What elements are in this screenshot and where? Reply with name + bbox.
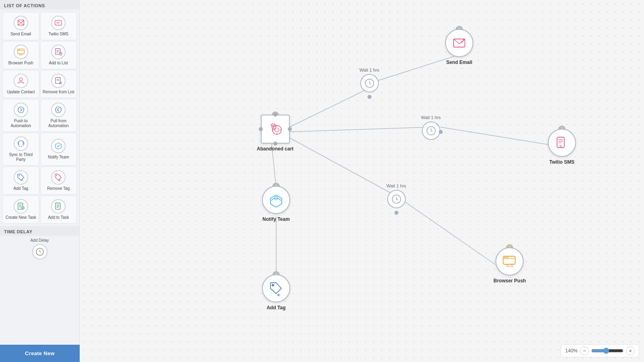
sidebar-item-remove-from-list[interactable]: Remove from List [40, 70, 77, 98]
sidebar-item-remove-tag[interactable]: Remove Tag [40, 167, 77, 195]
create-new-button[interactable]: Create New [0, 345, 80, 362]
send-email-canvas-label: Send Email [446, 60, 473, 65]
sidebar-item-twilio-sms[interactable]: Twilio SMS [40, 12, 77, 40]
sidebar-item-browser-push[interactable]: Browser Push [2, 41, 39, 69]
abandoned-cart-box[interactable]: ✕ [261, 115, 290, 144]
abandoned-cart-label: Abandoned cart [257, 146, 293, 152]
svg-point-20 [19, 78, 22, 81]
svg-text:✕: ✕ [272, 123, 275, 127]
wait-1-connector[interactable] [367, 95, 372, 99]
twilio-sms-canvas-label: Twilio SMS [549, 159, 574, 165]
zoom-in-button[interactable]: + [626, 346, 635, 355]
add-to-task-label: Add to Task [48, 215, 69, 220]
wait-label-1: Wait 1 hrs [359, 68, 379, 72]
svg-point-87 [508, 257, 509, 258]
wait-3-connector[interactable] [394, 211, 398, 215]
sidebar-item-add-to-list[interactable]: Add to List [40, 41, 77, 69]
sidebar-item-add-tag[interactable]: Add Tag [2, 167, 39, 195]
notify-team-node[interactable]: ! Notify Team [262, 186, 290, 222]
svg-line-52 [397, 196, 495, 265]
push-to-automation-label: Push to Automation [4, 119, 37, 128]
svg-point-64 [272, 129, 273, 130]
delay-label: Add Delay [30, 238, 49, 243]
notify-team-canvas-label: Notify Team [262, 216, 290, 222]
sidebar-item-add-to-task[interactable]: Add to Task [40, 195, 77, 224]
connection-lines [80, 0, 644, 362]
svg-point-86 [506, 257, 507, 258]
add-tag-canvas-label: Add Tag [266, 305, 285, 311]
browser-push-node[interactable]: ! Browser Push [493, 247, 526, 284]
svg-point-26 [18, 107, 24, 113]
remove-tag-icon [51, 170, 66, 185]
send-email-label: Send Email [10, 32, 31, 37]
abandoned-cart-connector-top[interactable] [273, 113, 277, 117]
wait-node-1[interactable]: Wait 1 hrs [359, 68, 379, 99]
wait-node-3[interactable]: Wait 1 hrs [386, 183, 406, 215]
wait-circle-1[interactable] [360, 74, 379, 93]
send-email-node[interactable]: ! Send Email [445, 29, 473, 65]
sidebar-item-send-email[interactable]: Send Email [2, 12, 39, 40]
delay-icon [32, 244, 47, 259]
remove-from-list-label: Remove from List [43, 90, 74, 95]
wait-label-2: Wait 1 hrs [421, 115, 441, 120]
abandoned-cart-connector-bottom[interactable] [273, 142, 277, 146]
abandoned-cart-connector-left[interactable] [259, 127, 263, 131]
sidebar-item-notify-team[interactable]: Notify Team [40, 133, 77, 166]
svg-rect-77 [557, 137, 564, 148]
abandoned-cart-node[interactable]: ! ✕ [257, 115, 293, 152]
create-new-task-icon [14, 199, 28, 214]
browser-push-circle[interactable] [495, 247, 524, 276]
add-to-list-icon [51, 45, 66, 59]
add-tag-node[interactable]: ! Add Tag [262, 274, 290, 311]
sidebar-item-create-new-task[interactable]: Create New Task [2, 195, 39, 224]
notify-team-circle[interactable] [262, 186, 290, 214]
browser-push-canvas-label: Browser Push [493, 278, 526, 284]
twilio-sms-circle[interactable] [548, 129, 576, 157]
add-to-task-icon [51, 199, 66, 214]
actions-title: LIST OF ACTIONS [0, 0, 79, 10]
abandoned-cart-connector-right[interactable] [288, 127, 292, 131]
svg-line-74 [396, 199, 398, 200]
sidebar-item-push-to-automation[interactable]: Push to Automation [2, 99, 39, 132]
zoom-slider[interactable] [591, 348, 623, 354]
zoom-controls: 140% − + [561, 344, 639, 357]
twilio-sms-icon [51, 16, 66, 30]
add-to-list-label: Add to List [49, 61, 68, 66]
svg-line-46 [40, 252, 41, 253]
zoom-level: 140% [565, 348, 578, 354]
notify-team-icon [51, 139, 66, 153]
browser-push-icon [14, 45, 28, 59]
svg-point-31 [56, 175, 58, 177]
svg-point-65 [274, 129, 275, 130]
svg-line-50 [440, 127, 550, 145]
notify-team-label: Notify Team [48, 155, 69, 160]
svg-point-9 [19, 49, 20, 50]
sidebar-item-pull-from-automation[interactable]: Pull from Automation [40, 99, 77, 132]
sidebar-item-update-contact[interactable]: Update Contact [2, 70, 39, 98]
add-tag-circle[interactable] [262, 274, 290, 302]
wait-circle-3[interactable] [387, 190, 406, 208]
svg-line-51 [286, 136, 397, 196]
remove-from-list-icon [51, 74, 66, 88]
sidebar: LIST OF ACTIONS Send Email [0, 0, 80, 362]
wait-node-2[interactable]: Wait 1 hrs [421, 115, 441, 140]
add-tag-icon [14, 170, 28, 185]
wait-2-connector-right[interactable] [439, 130, 443, 134]
actions-grid: Send Email Twilio SMS [0, 10, 79, 226]
wait-label-3: Wait 1 hrs [386, 183, 406, 188]
svg-point-81 [560, 145, 561, 147]
zoom-out-button[interactable]: − [580, 346, 589, 355]
send-email-icon [14, 16, 28, 30]
sidebar-delay-item[interactable]: Add Delay [0, 236, 79, 262]
push-to-automation-icon [14, 103, 28, 117]
pull-from-automation-icon [51, 103, 66, 117]
wait-circle-2[interactable] [422, 121, 440, 140]
sync-to-third-party-icon [14, 136, 28, 151]
sidebar-item-sync-to-third-party[interactable]: Sync to Third Party [2, 133, 39, 166]
svg-point-85 [504, 257, 506, 258]
send-email-circle[interactable] [445, 29, 473, 57]
update-contact-icon [14, 74, 28, 88]
twilio-sms-node[interactable]: ! Twilio SMS [548, 129, 576, 165]
svg-line-47 [286, 88, 369, 129]
delay-title: TIME DELAY [0, 226, 79, 236]
